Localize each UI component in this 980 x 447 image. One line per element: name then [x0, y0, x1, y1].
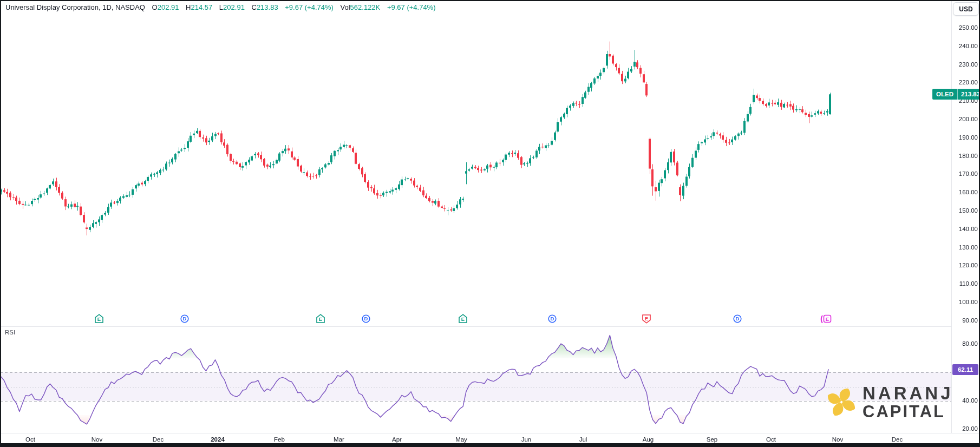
time-tick-label: Nov: [832, 436, 843, 443]
ohlc-close: C213.83: [251, 3, 278, 11]
svg-text:D: D: [551, 315, 554, 321]
time-tick-label: Aug: [643, 436, 654, 443]
chart-header: Universal Display Corporation, 1D, NASDA…: [5, 3, 436, 11]
logo-line1: NARANJ: [863, 384, 953, 402]
naranj-capital-logo: NARANJ CAPITAL: [827, 384, 953, 420]
time-tick-label: Dec: [153, 436, 164, 443]
pane-separator[interactable]: [0, 326, 951, 327]
candlestick-rsi-chart-canvas[interactable]: [0, 0, 980, 447]
earnings-marker-icon[interactable]: E: [94, 314, 104, 324]
price-tick-label: 130.00: [953, 244, 978, 251]
time-tick-label: Apr: [392, 436, 402, 443]
ohlc-high: H214.57: [186, 3, 212, 11]
window-frame-bottom: [0, 443, 980, 447]
rsi-tick-label: 40.00: [953, 397, 978, 404]
price-tick-label: 170.00: [953, 170, 978, 177]
price-tick-label: 240.00: [953, 43, 978, 49]
time-tick-label: Jul: [579, 436, 587, 443]
price-tick-label: 230.00: [953, 61, 978, 68]
time-tick-label: Oct: [766, 436, 776, 443]
svg-text:E: E: [826, 316, 829, 322]
logo-line2: CAPITAL: [863, 403, 953, 420]
currency-button[interactable]: USD: [953, 2, 979, 16]
time-tick-label: 2024: [211, 436, 225, 443]
pinwheel-logo-icon: [827, 386, 856, 418]
volume: Vol562.122K: [341, 3, 381, 11]
change-value: +9.67 (+4.74%): [285, 3, 334, 11]
svg-text:E: E: [319, 316, 322, 322]
window-frame-top: [0, 0, 980, 1]
dividend-marker-icon[interactable]: D: [361, 314, 371, 324]
last-price-value: 213.83: [958, 91, 980, 97]
svg-text:E: E: [645, 315, 648, 321]
price-tick-label: 150.00: [953, 207, 978, 214]
symbol-title[interactable]: Universal Display Corporation, 1D, NASDA…: [5, 3, 145, 11]
earnings-marker-icon[interactable]: E: [316, 314, 325, 324]
dividend-marker-icon[interactable]: D: [547, 314, 557, 324]
svg-text:D: D: [736, 315, 740, 321]
svg-text:E: E: [461, 316, 465, 322]
time-axis-separator: [0, 433, 980, 433]
time-tick-label: May: [455, 436, 467, 443]
dividend-marker-icon[interactable]: D: [180, 314, 190, 324]
price-tick-label: 120.00: [953, 262, 978, 268]
ticker-symbol: OLED: [932, 91, 957, 97]
upcoming-earnings-marker-icon[interactable]: (E: [820, 314, 832, 324]
ohlc-low: L202.91: [219, 3, 245, 11]
price-tick-label: 190.00: [953, 134, 978, 141]
rsi-tick-label: 80.00: [953, 340, 978, 347]
price-tick-label: 160.00: [953, 189, 978, 195]
svg-text:D: D: [183, 315, 187, 321]
earnings-marker-icon[interactable]: E: [458, 314, 468, 324]
price-scale-border: [951, 0, 952, 433]
window-frame-left: [0, 0, 1, 447]
price-tick-label: 140.00: [953, 226, 978, 232]
time-tick-label: Sep: [707, 436, 717, 443]
rsi-indicator-title[interactable]: RSI: [5, 329, 15, 336]
price-tick-label: 100.00: [953, 299, 978, 305]
svg-text:E: E: [97, 316, 101, 322]
price-tick-label: 180.00: [953, 153, 978, 159]
time-tick-label: Feb: [274, 436, 285, 443]
dividend-marker-icon[interactable]: D: [733, 314, 742, 324]
price-tick-label: 90.00: [953, 317, 978, 324]
ohlc-open: O202.91: [152, 3, 179, 11]
chart-window: Universal Display Corporation, 1D, NASDA…: [0, 0, 980, 447]
price-tick-label: 250.00: [953, 24, 978, 31]
price-tick-label: 220.00: [953, 79, 978, 86]
time-tick-label: Oct: [25, 436, 35, 443]
time-tick-label: Jun: [521, 436, 532, 443]
time-tick-label: Nov: [92, 436, 102, 443]
price-tick-label: 200.00: [953, 116, 978, 122]
price-tick-label: 110.00: [953, 280, 978, 287]
volume-change: +9.67 (+4.74%): [387, 3, 436, 11]
time-tick-label: Mar: [334, 436, 344, 443]
earnings-marker-icon[interactable]: E: [642, 314, 651, 324]
rsi-value-label: 62.11: [952, 364, 978, 375]
last-price-label: OLED 213.83: [932, 89, 980, 100]
svg-text:D: D: [364, 315, 368, 321]
rsi-tick-label: 20.00: [953, 425, 978, 432]
time-tick-label: Dec: [892, 436, 903, 443]
